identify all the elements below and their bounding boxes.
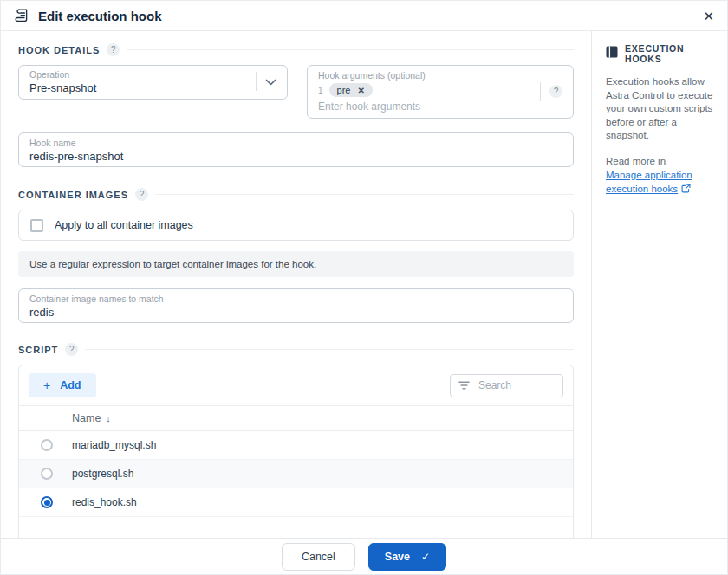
close-icon[interactable]: ✕ xyxy=(703,10,714,23)
script-table-body: mariadb_mysql.sh postgresql.sh redis_hoo… xyxy=(19,431,573,538)
container-image-match-field[interactable]: Container image names to match redis xyxy=(18,288,574,323)
match-field-value: redis xyxy=(29,306,562,319)
hook-details-fields: Operation Pre-snapshot Hook xyxy=(18,65,574,119)
section-divider xyxy=(155,194,574,195)
sidebar-header: EXECUTION HOOKS xyxy=(606,43,716,64)
table-row[interactable]: postgresql.sh xyxy=(19,460,573,488)
radio-button[interactable] xyxy=(41,439,53,451)
script-name: mariadb_mysql.sh xyxy=(72,439,156,451)
chevron-down-icon xyxy=(265,74,276,89)
dialog-footer: Cancel Save ✓ xyxy=(1,538,727,574)
journal-icon xyxy=(606,46,618,61)
hook-arguments-label: Hook arguments (optional) xyxy=(318,70,426,81)
help-sidebar: EXECUTION HOOKS Execution hooks allow As… xyxy=(591,31,727,538)
checkbox[interactable] xyxy=(30,219,43,232)
divider xyxy=(540,82,541,101)
regex-info-text: Use a regular expression to target conta… xyxy=(18,251,574,277)
table-row[interactable]: mariadb_mysql.sh xyxy=(19,431,573,460)
table-row[interactable]: redis_hook.sh xyxy=(19,488,573,517)
section-title: CONTAINER IMAGES xyxy=(18,190,128,200)
operation-label: Operation xyxy=(29,69,96,80)
page-title: Edit execution hook xyxy=(38,9,162,23)
sidebar-description: Execution hooks allow Astra Control to e… xyxy=(606,75,716,143)
save-button-label: Save xyxy=(385,551,410,563)
match-field-label: Container image names to match xyxy=(29,294,562,304)
main-form: HOOK DETAILS ? Operation Pre-snapshot xyxy=(1,31,591,538)
argument-chip[interactable]: pre ✕ xyxy=(329,83,373,97)
filter-icon xyxy=(458,378,470,393)
section-title: SCRIPT xyxy=(18,345,58,355)
script-name: redis_hook.sh xyxy=(72,496,137,508)
add-button-label: Add xyxy=(60,379,81,391)
section-script: SCRIPT ? xyxy=(18,343,574,356)
section-title: HOOK DETAILS xyxy=(18,45,100,55)
hook-name-value: redis-pre-snapshot xyxy=(29,150,562,163)
column-header-label: Name xyxy=(72,412,101,424)
help-icon[interactable]: ? xyxy=(135,188,148,201)
edit-execution-hook-dialog: Edit execution hook ✕ HOOK DETAILS ? Ope… xyxy=(0,0,728,575)
section-hook-details: HOOK DETAILS ? xyxy=(18,43,574,56)
apply-all-checkbox-row[interactable]: Apply to all container images xyxy=(18,210,574,241)
sort-desc-icon: ↓ xyxy=(106,413,111,423)
read-more-block: Read more in Manage application executio… xyxy=(606,154,716,197)
hook-arguments-placeholder: Enter hook arguments xyxy=(318,100,426,113)
script-search[interactable] xyxy=(450,374,563,397)
search-input[interactable] xyxy=(477,378,555,392)
chip-remove-icon[interactable]: ✕ xyxy=(357,86,364,95)
plus-icon: + xyxy=(43,379,50,391)
operation-select[interactable]: Operation Pre-snapshot xyxy=(18,65,288,100)
dialog-body: HOOK DETAILS ? Operation Pre-snapshot xyxy=(1,31,727,538)
divider xyxy=(256,72,257,91)
cancel-button[interactable]: Cancel xyxy=(282,543,355,571)
script-toolbar: + Add xyxy=(19,365,573,405)
help-icon[interactable]: ? xyxy=(549,85,562,98)
section-container-images: CONTAINER IMAGES ? xyxy=(18,188,574,201)
hook-arguments-field[interactable]: Hook arguments (optional) 1 pre ✕ Enter … xyxy=(307,65,574,119)
section-divider xyxy=(127,49,574,50)
script-name: postgresql.sh xyxy=(72,468,133,480)
help-icon[interactable]: ? xyxy=(107,43,120,56)
script-scroll-icon xyxy=(14,8,29,23)
sidebar-title: EXECUTION HOOKS xyxy=(625,43,716,64)
argument-chip-label: pre xyxy=(337,85,351,95)
check-icon: ✓ xyxy=(421,551,430,563)
save-button[interactable]: Save ✓ xyxy=(368,543,446,571)
apply-all-label: Apply to all container images xyxy=(55,219,193,231)
script-table-panel: + Add xyxy=(18,365,574,538)
operation-value: Pre-snapshot xyxy=(29,81,96,94)
argument-index: 1 xyxy=(318,86,323,95)
manage-hooks-link[interactable]: Manage application execution hooks xyxy=(606,170,692,194)
add-script-button[interactable]: + Add xyxy=(29,373,96,397)
table-header-name[interactable]: Name ↓ xyxy=(19,405,573,431)
section-divider xyxy=(85,349,574,350)
radio-button[interactable] xyxy=(41,496,53,508)
dialog-titlebar: Edit execution hook ✕ xyxy=(1,1,727,31)
radio-button[interactable] xyxy=(41,468,53,480)
hook-name-field[interactable]: Hook name redis-pre-snapshot xyxy=(18,132,574,167)
hook-name-label: Hook name xyxy=(29,138,562,148)
read-more-prefix: Read more in xyxy=(606,156,666,166)
help-icon[interactable]: ? xyxy=(65,343,78,356)
external-link-icon xyxy=(681,183,691,197)
